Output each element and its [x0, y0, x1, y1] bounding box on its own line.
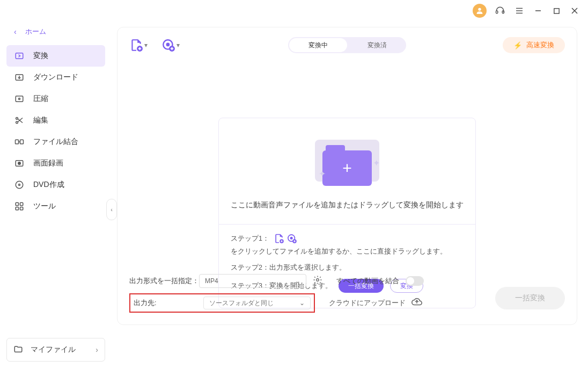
disc-icon	[14, 179, 25, 190]
svg-point-0	[478, 8, 481, 11]
download-icon	[14, 72, 25, 83]
cloud-icon[interactable]	[411, 296, 423, 311]
sparkle-icon: ✦	[373, 158, 380, 168]
output-format-select[interactable]: MP4 ⌄	[199, 274, 306, 288]
compress-icon	[14, 93, 25, 104]
sidebar-item-label: 画面録画	[33, 158, 63, 168]
close-icon[interactable]	[569, 5, 580, 16]
svg-rect-26	[16, 203, 18, 205]
merge-icon	[14, 136, 25, 147]
chevron-down-icon: ⌄	[295, 277, 300, 285]
folder-open-icon	[13, 344, 23, 356]
fast-convert-label: 高速変換	[526, 40, 554, 50]
svg-rect-1	[496, 11, 498, 13]
toolbar: ▾ ▾ 変換中 変換済 ⚡ 高速変換	[129, 37, 565, 53]
tab-converted[interactable]: 変換済	[348, 37, 406, 53]
output-dest-select[interactable]: ソースフォルダと同じ ⌄	[203, 297, 311, 309]
svg-point-25	[19, 184, 20, 186]
sidebar-item-label: 編集	[33, 116, 48, 125]
chevron-down-icon: ⌄	[299, 299, 305, 307]
svg-rect-19	[16, 140, 19, 144]
add-file-button[interactable]: ▾	[129, 38, 148, 52]
myfile-label: マイファイル	[31, 345, 76, 355]
maximize-icon[interactable]	[551, 5, 562, 16]
chevron-down-icon: ▾	[144, 41, 148, 49]
drop-text: ここに動画音声ファイルを追加またはドラッグして変換を開始します	[230, 200, 465, 210]
svg-rect-20	[20, 140, 24, 144]
svg-line-17	[18, 119, 23, 123]
svg-point-23	[18, 162, 21, 165]
myfile-button[interactable]: マイファイル ›	[6, 338, 105, 362]
bolt-icon: ⚡	[513, 41, 522, 49]
cloud-upload-label: クラウドにアップロード	[329, 299, 406, 308]
svg-rect-7	[554, 8, 558, 13]
chevron-right-icon: ›	[95, 345, 98, 354]
disc-plus-icon	[286, 233, 297, 244]
sidebar-item-download[interactable]: ダウンロード	[0, 67, 112, 88]
sidebar-item-record[interactable]: 画面録画	[0, 153, 112, 174]
svg-rect-27	[20, 203, 23, 205]
add-disc-button[interactable]: ▾	[161, 38, 180, 52]
fast-convert-button[interactable]: ⚡ 高速変換	[503, 37, 565, 53]
step2-row: ステップ2：出力形式を選択します。	[231, 262, 464, 273]
drop-illustration: + ✦ ✦	[230, 134, 465, 191]
chevron-down-icon: ▾	[177, 41, 180, 49]
sidebar-item-compress[interactable]: 圧縮	[0, 88, 112, 110]
file-plus-icon	[274, 233, 284, 244]
svg-rect-28	[16, 207, 18, 210]
svg-point-14	[19, 98, 20, 100]
convert-icon	[14, 50, 25, 61]
output-dest-highlight: 出力先: ソースフォルダと同じ ⌄	[129, 293, 315, 313]
sidebar-item-label: ツール	[33, 201, 56, 211]
sidebar-item-tools[interactable]: ツール	[0, 196, 112, 217]
output-dest-label: 出力先:	[134, 299, 197, 308]
sidebar-item-label: 圧縮	[33, 94, 48, 104]
back-home[interactable]: ‹ ホーム	[0, 25, 112, 45]
svg-rect-29	[20, 207, 23, 210]
support-icon[interactable]	[494, 5, 506, 17]
back-chevron-icon: ‹	[14, 27, 17, 36]
sidebar-item-label: ファイル結合	[33, 137, 78, 147]
svg-rect-10	[16, 53, 23, 59]
svg-rect-13	[16, 96, 23, 102]
sidebar-item-convert[interactable]: 変換	[6, 45, 105, 67]
bottom-bar: 出力形式を一括指定： MP4 ⌄ すべての動画を結合 一括変換 出力先:	[129, 274, 565, 313]
output-format-label: 出力形式を一括指定：	[129, 277, 199, 286]
tab-converting[interactable]: 変換中	[289, 38, 347, 52]
step1-row: ステップ1： をクリックしてファイルを追加するか、ここに直接ドラッグします。	[231, 233, 464, 256]
sidebar-item-merge[interactable]: ファイル結合	[0, 131, 112, 153]
sparkle-icon: ✦	[319, 169, 326, 179]
sidebar-item-label: ダウンロード	[33, 73, 78, 82]
settings-icon[interactable]	[313, 275, 322, 287]
status-segment: 変換中 変換済	[288, 37, 406, 53]
sidebar-item-dvd[interactable]: DVD作成	[0, 174, 112, 196]
sidebar-item-edit[interactable]: 編集	[0, 110, 112, 131]
sidebar: ‹ ホーム 変換 ダウンロード 圧縮 編集 ファイル結合 画面録画	[0, 21, 112, 368]
user-avatar[interactable]	[473, 4, 487, 18]
svg-point-42	[290, 237, 292, 239]
minimize-icon[interactable]	[533, 5, 543, 16]
convert-all-button[interactable]: 一括変換	[495, 287, 565, 309]
sidebar-item-label: DVD作成	[33, 180, 64, 190]
svg-rect-2	[502, 11, 504, 13]
scissors-icon	[14, 115, 25, 126]
home-label: ホーム	[25, 27, 46, 37]
grid-icon	[14, 201, 25, 212]
svg-point-34	[167, 44, 169, 46]
svg-point-24	[16, 181, 23, 189]
svg-line-18	[18, 118, 23, 122]
hamburger-icon[interactable]	[513, 5, 525, 17]
combine-toggle[interactable]	[406, 276, 424, 286]
combine-label: すべての動画を結合	[336, 277, 399, 286]
folder-plus-icon: +	[322, 150, 372, 186]
sidebar-item-label: 変換	[33, 51, 48, 61]
main-panel: ▾ ▾ 変換中 変換済 ⚡ 高速変換	[112, 21, 588, 368]
svg-point-46	[317, 279, 319, 282]
titlebar	[0, 0, 588, 21]
record-icon	[14, 158, 25, 169]
